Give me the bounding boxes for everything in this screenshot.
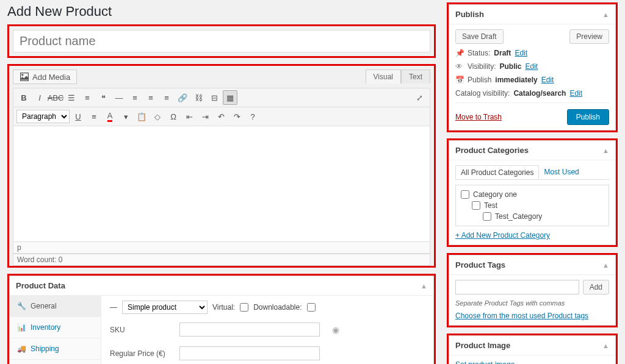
publish-button[interactable]: Publish: [567, 109, 609, 125]
textcolor-dropdown[interactable]: ▾: [118, 109, 133, 124]
cat-tab-all[interactable]: All Product Categories: [455, 165, 539, 179]
product-data-tabs: 🔧General 📊Inventory 🚚Shipping 🔗Linked Pr…: [10, 296, 101, 364]
sku-input[interactable]: [179, 323, 320, 337]
undo-button[interactable]: ↶: [214, 109, 228, 124]
tags-input[interactable]: [455, 280, 579, 294]
regular-price-input[interactable]: [179, 346, 320, 360]
edit-catalog-link[interactable]: Edit: [569, 89, 582, 98]
align-right-button[interactable]: ≡: [159, 90, 174, 105]
categories-title: Product Categories: [455, 146, 529, 155]
product-image-box: Product Image ▲ Set product image: [447, 334, 618, 364]
paste-text-button[interactable]: 📋: [134, 109, 149, 124]
editor-tab-visual[interactable]: Visual: [366, 70, 401, 84]
svg-point-0: [21, 74, 23, 76]
tags-hint: Separate Product Tags with commas: [455, 299, 609, 307]
bold-button[interactable]: B: [16, 90, 31, 105]
add-media-button[interactable]: Add Media: [13, 70, 77, 84]
virtual-checkbox[interactable]: [240, 303, 248, 312]
tags-title: Product Tags: [455, 260, 505, 269]
align-left-button[interactable]: ≡: [128, 90, 142, 105]
media-icon: [20, 72, 29, 82]
product-type-select[interactable]: Simple product: [122, 301, 208, 314]
category-checkbox[interactable]: [461, 190, 469, 199]
redo-button[interactable]: ↷: [229, 109, 244, 124]
add-tag-button[interactable]: Add: [583, 280, 609, 294]
pd-tab-linked[interactable]: 🔗Linked Products: [10, 360, 101, 364]
regular-price-label: Regular Price (€): [110, 349, 171, 358]
edit-status-link[interactable]: Edit: [515, 49, 527, 57]
category-label: Test: [484, 201, 497, 210]
ul-button[interactable]: ☰: [64, 90, 79, 105]
catalog-value: Catalog/search: [513, 89, 566, 98]
editor-canvas[interactable]: [13, 126, 430, 242]
tags-collapse-icon[interactable]: ▲: [602, 262, 609, 269]
fullscreen-button[interactable]: ⤢: [412, 90, 427, 105]
virtual-label: Virtual:: [212, 303, 235, 312]
product-image-title: Product Image: [455, 341, 510, 350]
textcolor-button[interactable]: A: [103, 109, 117, 124]
image-collapse-icon[interactable]: ▲: [602, 342, 609, 349]
cat-tab-most[interactable]: Most Used: [539, 165, 583, 179]
justify-button[interactable]: ≡: [87, 109, 101, 124]
publish-box: Publish ▲ Save Draft Preview 📌 Status: D…: [447, 2, 618, 132]
align-center-button[interactable]: ≡: [143, 90, 158, 105]
sku-label: SKU: [110, 326, 171, 334]
help-button[interactable]: ?: [245, 109, 260, 124]
preview-button[interactable]: Preview: [569, 29, 609, 44]
visibility-value: Public: [499, 62, 521, 71]
strike-button[interactable]: ABC: [48, 90, 63, 105]
downloadable-checkbox[interactable]: [307, 303, 316, 312]
publish-collapse-icon[interactable]: ▲: [602, 11, 609, 18]
italic-button[interactable]: I: [32, 90, 47, 105]
outdent-button[interactable]: ⇤: [182, 109, 197, 124]
editor-box: Add Media Visual Text B I ABC ☰ ≡ ❝ — ≡: [7, 64, 436, 268]
set-product-image-link[interactable]: Set product image: [455, 360, 515, 364]
move-trash-link[interactable]: Move to Trash: [455, 113, 502, 121]
indent-button[interactable]: ⇥: [198, 109, 212, 124]
calendar-icon: 📅: [455, 76, 464, 84]
editor-toolbar: B I ABC ☰ ≡ ❝ — ≡ ≡ ≡ 🔗 ⛓ ⊟ ▦ ⤢: [13, 88, 430, 126]
save-draft-button[interactable]: Save Draft: [455, 29, 504, 44]
status-value: Draft: [494, 49, 511, 57]
pd-tab-general[interactable]: 🔧General: [10, 296, 101, 317]
visibility-label: Visibility:: [468, 62, 496, 71]
downloadable-label: Downloadable:: [253, 303, 302, 312]
pd-tab-shipping[interactable]: 🚚Shipping: [10, 338, 101, 360]
editor-path: p: [13, 242, 430, 254]
wrench-icon: 🔧: [17, 302, 26, 310]
link-button[interactable]: 🔗: [175, 90, 190, 105]
add-category-link[interactable]: + Add New Product Category: [455, 231, 550, 240]
category-checkbox[interactable]: [472, 201, 480, 210]
edit-schedule-link[interactable]: Edit: [541, 76, 554, 84]
inventory-icon: 📊: [17, 323, 26, 332]
clear-format-button[interactable]: ◇: [150, 109, 165, 124]
categories-list: Category one Test Test_Category: [455, 185, 609, 226]
eye-icon: 👁: [455, 62, 464, 71]
unlink-button[interactable]: ⛓: [191, 90, 206, 105]
hr-button[interactable]: —: [112, 90, 126, 105]
pin-icon: 📌: [455, 49, 464, 57]
help-icon[interactable]: ◉: [332, 325, 339, 335]
category-label: Test_Category: [495, 212, 542, 221]
editor-tab-text[interactable]: Text: [401, 70, 430, 84]
choose-tags-link[interactable]: Choose from the most used Product tags: [455, 312, 588, 320]
quote-button[interactable]: ❝: [96, 90, 110, 105]
truck-icon: 🚚: [17, 344, 26, 353]
special-char-button[interactable]: Ω: [166, 109, 181, 124]
product-data-collapse-icon[interactable]: ▲: [421, 282, 427, 290]
format-select[interactable]: Paragraph: [16, 110, 70, 123]
readmore-button[interactable]: ⊟: [207, 90, 222, 105]
categories-box: Product Categories ▲ All Product Categor…: [447, 138, 618, 247]
ol-button[interactable]: ≡: [80, 90, 95, 105]
status-label: Status:: [468, 49, 490, 57]
pd-tab-inventory[interactable]: 📊Inventory: [10, 317, 101, 338]
category-checkbox[interactable]: [483, 212, 491, 221]
kitchensink-button[interactable]: ▦: [223, 90, 237, 105]
product-name-input[interactable]: [13, 30, 430, 52]
underline-button[interactable]: U: [71, 109, 85, 124]
edit-visibility-link[interactable]: Edit: [525, 62, 538, 71]
product-data-title: Product Data: [16, 281, 65, 290]
product-data-box: Product Data ▲ 🔧General 📊Inventory 🚚Ship…: [7, 274, 436, 364]
categories-collapse-icon[interactable]: ▲: [602, 147, 609, 154]
catalog-label: Catalog visibility:: [455, 89, 510, 98]
